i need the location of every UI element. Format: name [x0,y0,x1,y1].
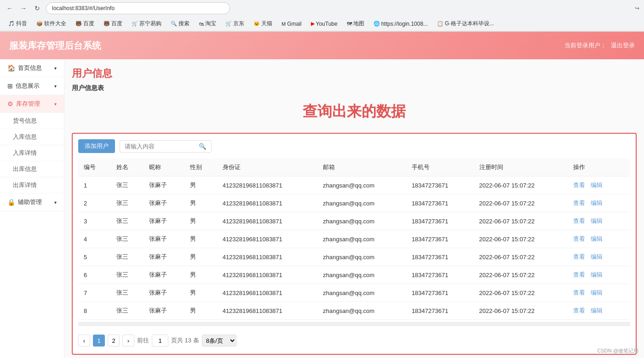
view-link[interactable]: 查看 [573,289,585,296]
grid-icon: ⊞ [7,82,13,90]
cell-nickname: 张麻子 [144,284,184,302]
bookmark-suning[interactable]: 🛒苏宁易购 [128,19,165,28]
refresh-button[interactable]: ↻ [32,3,42,13]
table-row: 7 张三 张麻子 男 412328196811083871 zhangsan@q… [78,284,630,302]
bookmark-software[interactable]: 📦软件大全 [33,19,70,28]
bookmark-search[interactable]: 🔍搜索 [167,19,193,28]
cell-nickname: 张麻子 [144,266,184,284]
cell-gender: 男 [184,230,217,248]
sidebar-item-home[interactable]: 🏠 首页信息 ▾ [0,59,64,77]
bookmark-gmail[interactable]: MGmail [278,20,305,28]
cell-nickname: 张麻子 [144,194,184,212]
sidebar-item-inbound[interactable]: 入库信息 [0,129,64,145]
col-header-name: 姓名 [111,159,144,176]
sidebar-label-outbound-detail: 出库详情 [13,182,37,188]
edit-link[interactable]: 编辑 [591,271,603,278]
sidebar-label-outbound: 出库信息 [13,165,37,172]
cell-gender: 男 [184,176,217,194]
back-button[interactable]: ← [5,3,15,13]
cell-regtime: 2022-06-07 15:07:22 [474,266,568,284]
cell-phone: 18347273671 [406,284,474,302]
chevron-home-icon: ▾ [54,66,57,71]
sidebar-item-inbound-detail[interactable]: 入库详情 [0,145,64,161]
page-1-button[interactable]: 1 [93,335,105,347]
search-icon: 🔍 [199,143,207,150]
edit-link[interactable]: 编辑 [591,199,603,206]
chevron-auxiliary-icon: ▾ [54,200,57,205]
col-header-email: 邮箱 [317,159,406,176]
sidebar-item-info[interactable]: ⊞ 信息展示 ▾ [0,77,64,95]
view-link[interactable]: 查看 [573,253,585,260]
edit-link[interactable]: 编辑 [591,289,603,296]
logout-link[interactable]: 退出登录 [611,41,635,50]
edit-link[interactable]: 编辑 [591,307,603,314]
cell-action: 查看 编辑 [568,266,630,284]
main-content: 用户信息 用户信息表 查询出来的数据 添加用户 🔍 [64,59,644,358]
search-button[interactable]: 🔍 [199,143,207,150]
sidebar-item-outbound[interactable]: 出库信息 [0,161,64,177]
sidebar-item-outbound-detail[interactable]: 出库详情 [0,177,64,193]
edit-link[interactable]: 编辑 [591,217,603,224]
edit-link[interactable]: 编辑 [591,235,603,242]
cell-phone: 18347273671 [406,230,474,248]
bookmark-youtube[interactable]: ▶YouTube [307,20,341,28]
bookmark-tianmao[interactable]: 🐱天猫 [250,19,276,28]
page-2-button[interactable]: 2 [108,335,120,347]
cell-id: 1 [78,176,111,194]
cell-phone: 18347273671 [406,266,474,284]
sidebar-item-goods[interactable]: 货号信息 [0,113,64,129]
cell-name: 张三 [111,230,144,248]
table-row: 4 张三 张麻子 男 412328196811083871 zhangsan@q… [78,230,630,248]
data-table: 编号 姓名 昵称 性别 身份证 邮箱 手机号 注册时间 操作 1 [78,159,630,320]
total-label: 页共 13 条 [171,336,199,345]
goto-input[interactable] [152,335,168,347]
sidebar-item-auxiliary[interactable]: 🔒 辅助管理 ▾ [0,193,64,211]
table-container: 添加用户 🔍 编号 姓名 昵称 [72,133,637,355]
col-header-idcard: 身份证 [217,159,317,176]
cell-gender: 男 [184,302,217,320]
bookmark-baidu1[interactable]: 🐻百度 [72,19,98,28]
view-link[interactable]: 查看 [573,307,585,314]
cell-name: 张三 [111,248,144,266]
bookmark-maps[interactable]: 🗺地图 [343,19,368,28]
cell-email: zhangsan@qq.com [317,248,406,266]
page-title: 用户信息 [72,67,637,80]
pagination: ‹ 1 2 › 前往 页共 13 条 8条/页 16条/页 32条/页 [78,333,630,348]
cell-nickname: 张麻子 [144,212,184,230]
edit-link[interactable]: 编辑 [591,182,603,188]
view-link[interactable]: 查看 [573,217,585,224]
cell-nickname: 张麻子 [144,302,184,320]
cell-gender: 男 [184,266,217,284]
bookmark-taobao[interactable]: 🛍淘宝 [195,19,220,28]
app-container: 服装库存管理后台系统 当前登录用户： 退出登录 🏠 首页信息 ▾ ⊞ 信息展示 … [0,32,644,358]
bookmark-douyin[interactable]: 🎵抖音 [5,19,31,28]
bookmark-jd[interactable]: 🛒京东 [222,19,248,28]
horizontal-scrollbar[interactable] [78,322,630,326]
browser-toolbar: ← → ↻ ↪ [0,0,644,17]
cell-name: 张三 [111,266,144,284]
bookmark-baidu2[interactable]: 🐻百度 [100,19,126,28]
sidebar-item-inventory[interactable]: ⚙ 库存管理 ▾ [0,95,64,113]
per-page-select[interactable]: 8条/页 16条/页 32条/页 [202,335,236,347]
sidebar-label-inventory: 库存管理 [16,100,40,108]
view-link[interactable]: 查看 [573,235,585,242]
cell-name: 张三 [111,284,144,302]
edit-link[interactable]: 编辑 [591,253,603,260]
view-link[interactable]: 查看 [573,182,585,188]
cell-id: 3 [78,212,111,230]
bookmark-gezi[interactable]: 📋G·格子达本科毕设... [433,19,498,28]
add-user-button[interactable]: 添加用户 [78,139,115,153]
view-link[interactable]: 查看 [573,271,585,278]
address-bar[interactable] [46,2,230,14]
forward-button[interactable]: → [18,3,29,13]
cell-phone: 18347273671 [406,248,474,266]
view-link[interactable]: 查看 [573,199,585,206]
prev-page-button[interactable]: ‹ [78,335,90,347]
cell-email: zhangsan@qq.com [317,230,406,248]
search-input[interactable] [120,140,212,153]
bookmark-login[interactable]: 🌐https://login.1008... [370,20,431,28]
cell-id: 7 [78,284,111,302]
next-page-button[interactable]: › [122,335,134,347]
cell-gender: 男 [184,194,217,212]
current-user-label: 当前登录用户： [564,41,606,50]
